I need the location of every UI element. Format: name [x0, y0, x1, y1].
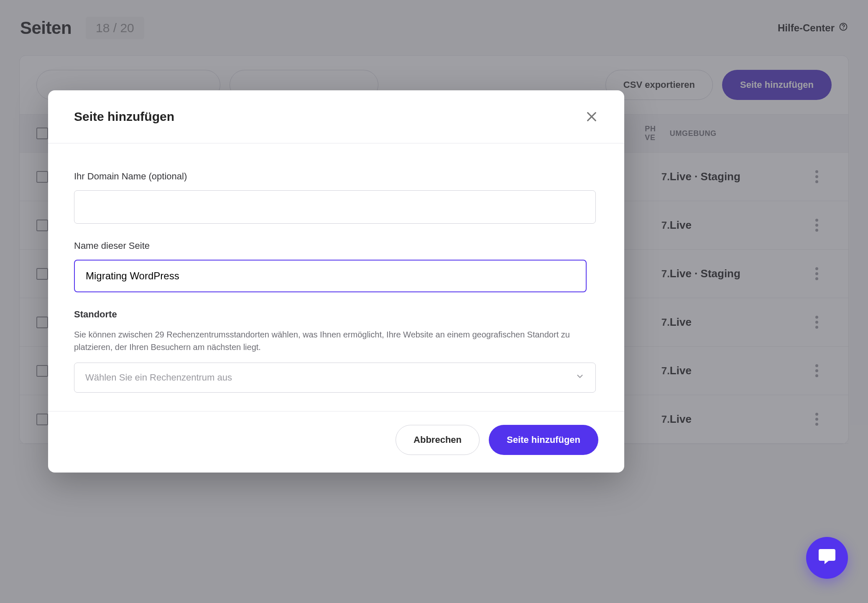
sitename-input[interactable] — [74, 260, 587, 292]
chat-icon — [817, 547, 837, 569]
add-site-modal: Seite hinzufügen Ihr Domain Name (option… — [48, 90, 624, 473]
field-site-name: Name dieser Seite — [74, 240, 598, 292]
domain-label: Ihr Domain Name (optional) — [74, 171, 598, 182]
datacenter-placeholder: Wählen Sie ein Rechenzentrum aus — [85, 372, 232, 383]
sitename-label: Name dieser Seite — [74, 240, 598, 251]
chat-fab[interactable] — [806, 537, 848, 579]
modal-title: Seite hinzufügen — [74, 110, 174, 124]
chevron-down-icon — [575, 372, 585, 383]
submit-add-site-button[interactable]: Seite hinzufügen — [489, 425, 598, 455]
datacenter-select[interactable]: Wählen Sie ein Rechenzentrum aus — [74, 363, 596, 393]
domain-input[interactable] — [74, 190, 596, 224]
field-locations: Standorte Sie können zwischen 29 Rechenz… — [74, 309, 598, 393]
locations-label: Standorte — [74, 309, 598, 320]
close-icon[interactable] — [585, 110, 598, 123]
modal-overlay: Seite hinzufügen Ihr Domain Name (option… — [0, 0, 868, 603]
cancel-button[interactable]: Abbrechen — [396, 425, 480, 455]
field-domain: Ihr Domain Name (optional) — [74, 171, 598, 224]
locations-help-text: Sie können zwischen 29 Rechenzentrumssta… — [74, 328, 598, 353]
